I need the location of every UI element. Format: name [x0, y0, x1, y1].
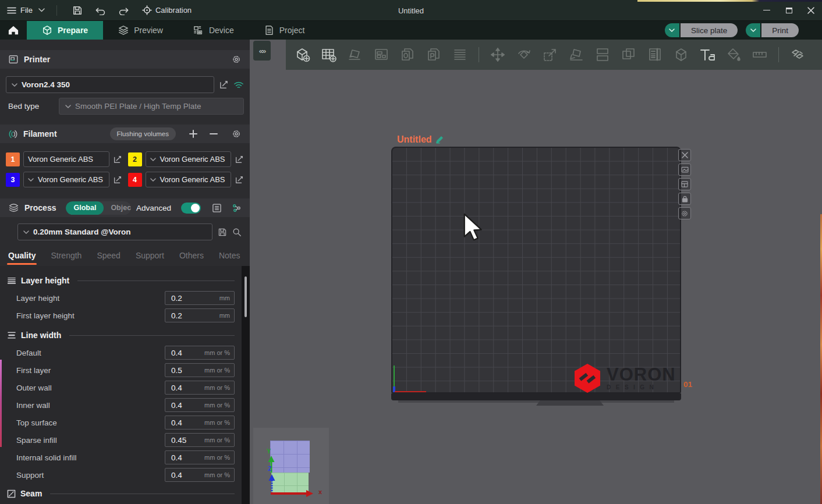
filament-4-color-swatch[interactable]: 4: [128, 173, 142, 187]
filament-1-color-swatch[interactable]: 1: [6, 152, 20, 166]
scrollbar-thumb[interactable]: [245, 276, 247, 317]
edit-filament-3-icon[interactable]: [113, 175, 122, 184]
slice-options-button[interactable]: [665, 23, 679, 37]
printer-select[interactable]: Voron2.4 350: [6, 76, 214, 93]
color-painting-button[interactable]: [724, 45, 743, 65]
flushing-volumes-button[interactable]: Flushing volumes: [110, 127, 176, 140]
scope-global-button[interactable]: Global: [66, 201, 104, 215]
tab-project[interactable]: Project: [249, 21, 320, 40]
save-button[interactable]: [69, 3, 86, 18]
add-object-button[interactable]: [293, 45, 313, 65]
filament-2-color-swatch[interactable]: 2: [128, 152, 142, 166]
rename-plate-button[interactable]: [678, 164, 691, 176]
layer-height-input[interactable]: 0.2 mm: [165, 291, 235, 305]
file-menu-chevron-icon[interactable]: [38, 8, 45, 12]
line-width-support-input[interactable]: 0.4 mm or %: [165, 468, 235, 482]
filament-4-select[interactable]: Voron Generic ABS: [146, 172, 232, 187]
arrange-plate-button[interactable]: [678, 178, 691, 190]
collapse-sidebar-button[interactable]: «»: [253, 41, 271, 61]
line-width-top-surface-input[interactable]: 0.4 mm or %: [165, 416, 235, 430]
filament-3-color-swatch[interactable]: 3: [6, 173, 20, 187]
mesh-boolean-button[interactable]: [671, 45, 691, 65]
line-width-outer-wall-input[interactable]: 0.4 mm or %: [165, 381, 235, 395]
print-button[interactable]: Print: [761, 23, 799, 37]
line-width-internal-solid-infill-input[interactable]: 0.4 mm or %: [165, 450, 235, 464]
arrange-button[interactable]: [371, 45, 391, 65]
line-width-first-layer-input[interactable]: 0.5 mm or %: [165, 363, 235, 377]
chevron-down-icon: [65, 105, 71, 108]
print-options-button[interactable]: [746, 23, 760, 37]
mouse-cursor: [463, 213, 484, 241]
file-menu[interactable]: File: [7, 6, 33, 15]
measure-button[interactable]: [750, 45, 770, 65]
redo-button[interactable]: [115, 3, 133, 18]
first-layer-height-input[interactable]: 0.2 mm: [165, 308, 235, 322]
undo-button[interactable]: [92, 3, 109, 18]
object-list-button[interactable]: [450, 45, 470, 65]
split-to-objects-button[interactable]: [593, 45, 612, 65]
bed-type-select[interactable]: Smooth PEI Plate / High Temp Plate: [59, 98, 244, 115]
home-button[interactable]: [0, 21, 27, 40]
tab-strength[interactable]: Strength: [51, 251, 82, 265]
filament-2-select[interactable]: Voron Generic ABS: [146, 151, 232, 167]
process-section-header: Process Global Objects Advanced: [0, 198, 250, 217]
window-minimize-button[interactable]: [756, 0, 778, 21]
rotate-tool-button[interactable]: [514, 45, 534, 65]
calibration-button[interactable]: Calibration: [142, 5, 192, 15]
filament-settings-gear-icon[interactable]: [231, 129, 242, 139]
parameter-table-icon[interactable]: [212, 203, 222, 213]
edit-plate-name-pencil-icon[interactable]: [435, 136, 444, 144]
assembly-view-button[interactable]: [788, 45, 807, 65]
line-width-default-input[interactable]: 0.4 mm or %: [165, 346, 235, 360]
tab-device[interactable]: Device: [178, 21, 249, 40]
line-width-inner-wall-input[interactable]: 0.4 mm or %: [165, 398, 235, 412]
delete-plate-button[interactable]: [678, 149, 691, 161]
sidebar-scrollbar[interactable]: [242, 266, 250, 504]
filament-1-select[interactable]: Voron Generic ABS: [23, 151, 109, 167]
advanced-toggle[interactable]: [181, 203, 201, 214]
line-width-sparse-infill-input[interactable]: 0.45 mm or %: [165, 433, 235, 447]
add-plate-button[interactable]: [319, 45, 339, 65]
printer-settings-gear-icon[interactable]: [231, 54, 242, 65]
paste-button[interactable]: [424, 45, 444, 65]
seam-icon: [7, 489, 16, 498]
build-plate[interactable]: [391, 147, 681, 393]
edit-printer-icon[interactable]: [219, 80, 229, 90]
edit-filament-2-icon[interactable]: [235, 155, 244, 164]
plate-name-label[interactable]: Untitled: [397, 134, 444, 145]
text-tool-button[interactable]: [697, 45, 717, 65]
edit-filament-1-icon[interactable]: [113, 155, 122, 164]
process-preset-select[interactable]: 0.20mm Standard @Voron: [17, 223, 212, 240]
tab-others[interactable]: Others: [179, 251, 204, 265]
copy-button[interactable]: [398, 45, 417, 65]
scale-tool-button[interactable]: [540, 45, 560, 65]
scope-objects-button[interactable]: Objects: [104, 204, 131, 212]
add-filament-button[interactable]: [189, 130, 197, 138]
remove-filament-button[interactable]: [210, 130, 218, 138]
parameter-compare-icon[interactable]: [232, 203, 242, 213]
search-preset-icon[interactable]: [232, 228, 242, 237]
save-preset-icon[interactable]: [218, 228, 227, 237]
lock-plate-button[interactable]: [678, 193, 691, 205]
slice-plate-button[interactable]: Slice plate: [681, 23, 738, 37]
lay-on-face-button[interactable]: [566, 45, 586, 65]
split-to-parts-button[interactable]: [619, 45, 639, 65]
tab-support[interactable]: Support: [136, 251, 164, 265]
plate-settings-button[interactable]: [678, 207, 691, 219]
auto-orient-button[interactable]: [345, 45, 365, 65]
variable-layer-height-button[interactable]: [645, 45, 665, 65]
move-tool-button[interactable]: [488, 45, 508, 65]
viewport-3d[interactable]: «» Untitled VORON DESIGN 01: [250, 40, 822, 504]
tab-speed[interactable]: Speed: [97, 251, 120, 265]
edit-filament-4-icon[interactable]: [235, 175, 244, 184]
gear-icon: [681, 210, 688, 217]
wifi-connection-icon[interactable]: [233, 81, 244, 89]
tab-preview[interactable]: Preview: [103, 21, 178, 40]
tab-notes[interactable]: Notes: [219, 251, 240, 265]
setting-row: Inner wall 0.4 mm or %: [7, 396, 235, 414]
tab-quality[interactable]: Quality: [8, 251, 36, 265]
window-maximize-button[interactable]: [778, 0, 800, 21]
tab-prepare[interactable]: Prepare: [27, 21, 103, 40]
filament-3-select[interactable]: Voron Generic ABS: [23, 172, 109, 187]
window-close-button[interactable]: [800, 0, 822, 21]
